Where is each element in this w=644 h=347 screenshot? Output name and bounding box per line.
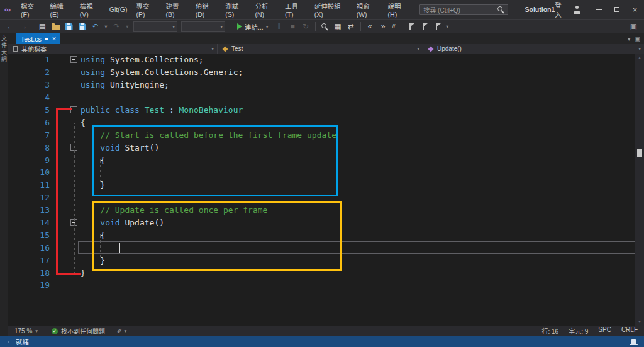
menu-item[interactable]: 視窗(W) — [352, 0, 384, 19]
code-line[interactable]: 1using System.Collections; — [8, 54, 644, 66]
undo-icon[interactable]: ↶ — [89, 21, 101, 32]
pause-icon[interactable]: ‖ — [274, 21, 286, 32]
active-files-dropdown-icon[interactable]: ▾ — [628, 36, 631, 42]
open-file-icon[interactable] — [50, 21, 62, 32]
document-outline-tab[interactable]: 文件大綱 — [0, 35, 8, 336]
code-line[interactable]: 19 — [8, 279, 644, 292]
indent-mode[interactable]: SPC — [598, 326, 611, 336]
comment-icon[interactable]: // — [391, 21, 397, 32]
close-button[interactable]: × — [626, 0, 644, 19]
toolbar: ←→▤↶▾↷▾▾▾連結...▾‖■↻▦⇄«»//▾▣ — [0, 19, 644, 33]
line-number: 7 — [8, 130, 52, 140]
restart-icon[interactable]: ↻ — [300, 21, 312, 32]
minimize-button[interactable] — [590, 0, 608, 19]
code-line[interactable]: 8 void Start() — [8, 141, 644, 154]
zoom-select[interactable]: 175 % ▾ — [14, 327, 46, 334]
nav-back-icon[interactable]: ← — [4, 21, 16, 32]
tab-close-icon[interactable]: × — [52, 35, 56, 42]
menu-item[interactable]: 編輯(E) — [46, 0, 75, 19]
code-line[interactable]: 4 — [8, 91, 644, 104]
notifications-bell-icon[interactable] — [631, 339, 636, 344]
line-number: 14 — [8, 218, 52, 227]
show-all-files-icon[interactable]: ▦ — [332, 21, 344, 32]
member-dropdown[interactable]: Update() ▾ — [423, 44, 644, 54]
code-line[interactable]: 9 { — [8, 154, 644, 166]
scroll-down-icon[interactable]: ▼ — [638, 319, 642, 324]
redo-icon[interactable]: ↷ — [111, 21, 123, 32]
find-icon[interactable] — [319, 21, 331, 32]
account-person-icon[interactable] — [572, 6, 580, 14]
menu-item[interactable]: 分析(N) — [250, 0, 280, 19]
quick-search-box[interactable]: 搜尋 (Ctrl+Q) — [419, 4, 508, 15]
code-line[interactable]: 13 // Update is called once per frame — [8, 204, 644, 217]
caret-column[interactable]: 字元: 9 — [569, 326, 588, 336]
line-ending[interactable]: CRLF — [621, 326, 638, 336]
previous-bookmark-icon[interactable] — [418, 21, 430, 32]
configuration-combo[interactable]: ▾ — [133, 21, 177, 32]
code-line[interactable]: 3using UnityEngine; — [8, 79, 644, 91]
code-line[interactable]: 17 } — [8, 254, 644, 266]
collapse-icon[interactable] — [70, 219, 77, 226]
line-number: 13 — [8, 205, 52, 215]
code-line[interactable]: 18} — [8, 266, 644, 279]
collapse-icon[interactable] — [70, 56, 77, 63]
fold-margin — [52, 229, 80, 241]
menu-item[interactable]: 延伸模組(X) — [310, 0, 352, 19]
menu-item[interactable]: 工具(T) — [280, 0, 310, 19]
project-dropdown[interactable]: 其他檔案 ▾ — [8, 44, 218, 54]
visual-studio-logo-icon: ∞ — [4, 5, 11, 14]
health-indicator[interactable]: ✓ 找不到任何問題 — [52, 326, 105, 336]
vertical-scrollbar[interactable]: ▲ ▼ — [635, 54, 644, 326]
code-line[interactable]: 15 { — [8, 229, 644, 241]
redo-dropdown-icon[interactable]: ▾ — [124, 21, 131, 32]
indent-increase-icon[interactable]: » — [377, 21, 389, 32]
code-line[interactable]: 14 void Update() — [8, 217, 644, 229]
pin-icon[interactable] — [45, 38, 48, 40]
code-line[interactable]: 10 — [8, 166, 644, 179]
maximize-button[interactable] — [608, 0, 626, 19]
code-editor[interactable]: 1using System.Collections;2using System.… — [8, 54, 644, 326]
scroll-up-icon[interactable]: ▲ — [638, 55, 642, 60]
window-options-icon[interactable]: ▣ — [635, 36, 640, 42]
sign-in-button[interactable]: 登入 — [555, 0, 567, 19]
code-line[interactable]: 7 // Start is called before the first fr… — [8, 128, 644, 141]
attach-button[interactable]: 連結...▾ — [233, 21, 272, 32]
next-bookmark-icon[interactable] — [431, 21, 443, 32]
menu-item[interactable]: Git(G) — [105, 0, 132, 19]
indent-decrease-icon[interactable]: « — [364, 21, 376, 32]
collapse-icon[interactable] — [70, 144, 77, 151]
nav-forward-icon[interactable]: → — [18, 21, 30, 32]
undo-dropdown-icon[interactable]: ▾ — [103, 21, 109, 32]
new-file-icon[interactable]: ▤ — [36, 21, 48, 32]
bookmark-icon[interactable] — [404, 21, 416, 32]
toolbar-overflow-icon[interactable]: ▾ — [444, 21, 451, 32]
status-bar: 就緒 — [0, 336, 644, 347]
code-line[interactable]: 5public class Test : MonoBehaviour — [8, 104, 644, 117]
code-cleanup-button[interactable]: ✐ ▾ — [117, 327, 126, 334]
menu-item[interactable]: 測試(S) — [221, 0, 250, 19]
sync-with-active-document-icon[interactable]: ⇄ — [345, 21, 357, 32]
save-all-icon[interactable] — [76, 21, 88, 32]
save-icon[interactable] — [63, 21, 75, 32]
code-line[interactable]: 12 — [8, 191, 644, 204]
menu-item[interactable]: 說明(H) — [384, 0, 414, 19]
menu-item[interactable]: 建置(B) — [162, 0, 191, 19]
chevron-down-icon: ▾ — [417, 46, 419, 52]
code-line[interactable]: 2using System.Collections.Generic; — [8, 66, 644, 79]
tab-testcs[interactable]: Test.cs × — [16, 33, 60, 44]
code-line[interactable]: 6{ — [8, 116, 644, 128]
menu-item[interactable]: 檢視(V) — [75, 0, 105, 19]
menu-item[interactable]: 偵錯(D) — [191, 0, 221, 19]
code-line[interactable]: 16 — [8, 241, 644, 254]
menu-item[interactable]: 專案(P) — [131, 0, 161, 19]
background-tasks-icon[interactable] — [6, 339, 11, 344]
collapse-icon[interactable] — [70, 106, 77, 113]
chevron-down-icon: ▾ — [35, 328, 38, 334]
feedback-icon[interactable]: ▣ — [628, 21, 640, 32]
code-line[interactable]: 11 } — [8, 179, 644, 191]
type-dropdown[interactable]: Test ▾ — [218, 44, 423, 54]
stop-icon[interactable]: ■ — [287, 21, 299, 32]
menu-item[interactable]: 檔案(F) — [16, 0, 46, 19]
caret-line[interactable]: 行: 16 — [542, 326, 559, 336]
platform-combo[interactable]: ▾ — [181, 21, 225, 32]
